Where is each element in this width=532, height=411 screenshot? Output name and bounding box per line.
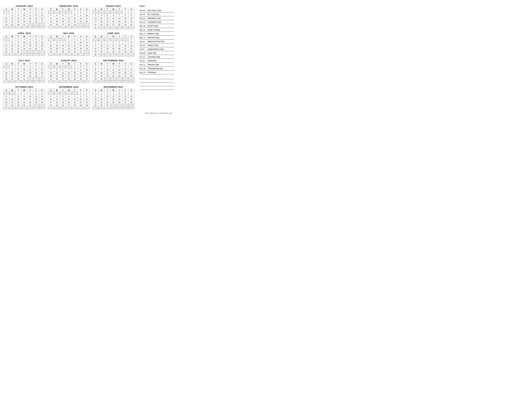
cal-cell: 14 xyxy=(60,44,66,47)
cal-cell: 19 xyxy=(54,75,60,77)
holiday-row: Sep 02Labor Day xyxy=(139,51,174,55)
cal-cell-extra xyxy=(98,107,104,109)
cal-cell xyxy=(48,11,54,14)
cal-cell: 1 xyxy=(128,38,134,41)
cal-cell: 7 xyxy=(3,14,9,17)
cal-cell xyxy=(104,38,110,41)
cal-cell: 6 xyxy=(110,14,116,17)
day-header: T xyxy=(104,35,110,38)
month-block-1: JANUARY 2024SMTWTFS123456789101112131415… xyxy=(3,5,45,29)
cal-cell-extra xyxy=(39,107,45,109)
cal-cell: 29 xyxy=(72,23,78,26)
holiday-row: Oct 31Halloween xyxy=(139,59,174,63)
cal-cell: 7 xyxy=(128,65,134,68)
holiday-name: National Donut Day xyxy=(148,40,164,43)
cal-cell: 25 xyxy=(104,50,110,53)
cal-cell: 29 xyxy=(9,50,15,53)
cal-cell xyxy=(116,11,122,14)
cal-cell: 31 xyxy=(21,77,27,81)
cal-cell: 22 xyxy=(122,20,128,23)
cal-cell xyxy=(104,26,110,29)
cal-cell xyxy=(27,50,33,53)
cal-cell: 12 xyxy=(60,98,66,101)
holiday-row: Feb 19Presidents' Day xyxy=(139,20,174,24)
cal-cell: 18 xyxy=(54,101,60,104)
cal-cell: 22 xyxy=(93,75,98,77)
cal-cell-extra xyxy=(15,53,21,56)
month-title-12: DECEMBER 2024 xyxy=(92,86,134,88)
cal-cell: 5 xyxy=(48,41,54,44)
cal-cell xyxy=(122,53,128,56)
cal-cell xyxy=(48,65,54,68)
cal-cell: 27 xyxy=(60,77,66,81)
cal-cell: 24 xyxy=(21,47,27,50)
cal-cell: 12 xyxy=(33,68,39,71)
cal-cell: 1 xyxy=(122,11,128,14)
cal-cell-extra xyxy=(66,107,72,109)
day-header: S xyxy=(39,63,45,65)
cal-cell: 3 xyxy=(78,38,84,41)
cal-cell: 10 xyxy=(98,44,104,47)
cal-cell: 8 xyxy=(128,41,134,44)
cal-cell-extra xyxy=(21,107,27,109)
cal-cell: 27 xyxy=(122,101,128,104)
cal-cell-extra xyxy=(48,81,54,83)
cal-cell: 1 xyxy=(93,65,98,68)
main-content: JANUARY 2024SMTWTFS123456789101112131415… xyxy=(3,5,174,109)
cal-cell: 17 xyxy=(104,71,110,75)
cal-cell: 18 xyxy=(27,17,33,20)
cal-cell: 11 xyxy=(48,17,54,20)
cal-cell: 19 xyxy=(116,98,122,101)
month-block-5: MAY 2024SMTWTFS1234567891011121314151617… xyxy=(48,32,90,56)
cal-cell xyxy=(122,26,128,29)
cal-cell: 26 xyxy=(33,47,39,50)
cal-cell: 28 xyxy=(3,50,9,53)
holiday-row: Jun 16Father's Day xyxy=(139,43,174,47)
day-header: S xyxy=(84,35,90,38)
cal-cell: 28 xyxy=(66,23,72,26)
day-header: S xyxy=(3,89,9,92)
cal-cell xyxy=(122,38,128,41)
cal-cell: 10 xyxy=(78,41,84,44)
holiday-row: Jan 15M L King Day xyxy=(139,12,174,16)
cal-cell: 8 xyxy=(72,14,78,17)
cal-cell: 7 xyxy=(60,41,66,44)
cal-cell: 25 xyxy=(98,23,104,26)
day-header: T xyxy=(72,35,78,38)
cal-cell: 16 xyxy=(15,71,21,75)
cal-cell: 29 xyxy=(122,23,128,26)
cal-cell: 30 xyxy=(84,104,90,107)
cal-cell: 13 xyxy=(3,98,9,101)
cal-cell: 14 xyxy=(9,98,15,101)
cal-cell: 23 xyxy=(84,101,90,104)
cal-cell: 24 xyxy=(93,23,98,26)
month-block-6: JUNE 2024SMTWTFS123456789101112131415161… xyxy=(92,32,134,56)
cal-cell: 18 xyxy=(33,98,39,101)
cal-cell: 14 xyxy=(128,95,134,98)
cal-cell: 29 xyxy=(15,104,21,107)
cal-cell: 21 xyxy=(128,98,134,101)
cal-cell: 23 xyxy=(128,20,134,23)
holiday-date: Nov 11 xyxy=(139,64,146,65)
day-header: M xyxy=(9,63,15,65)
cal-cell: 16 xyxy=(84,98,90,101)
day-header: T xyxy=(72,63,78,65)
cal-cell: 13 xyxy=(122,68,128,71)
cal-cell: 31 xyxy=(27,104,33,107)
cal-cell-extra xyxy=(3,26,9,28)
cal-cell xyxy=(110,26,116,29)
cal-cell: 30 xyxy=(98,77,104,81)
notes-title: Notes xyxy=(139,5,174,7)
cal-cell: 10 xyxy=(21,14,27,17)
holiday-date: May 27 xyxy=(139,37,146,38)
holiday-date: Jun 16 xyxy=(139,44,146,46)
cal-cell: 23 xyxy=(78,75,84,77)
cal-cell: 6 xyxy=(122,65,128,68)
day-header: T xyxy=(27,8,33,11)
cal-cell-extra xyxy=(15,107,21,109)
day-header: M xyxy=(9,35,15,38)
cal-cell: 28 xyxy=(122,50,128,53)
cal-cell: 5 xyxy=(33,65,39,68)
cal-cell-extra xyxy=(39,81,45,83)
cal-cell: 23 xyxy=(15,20,21,23)
